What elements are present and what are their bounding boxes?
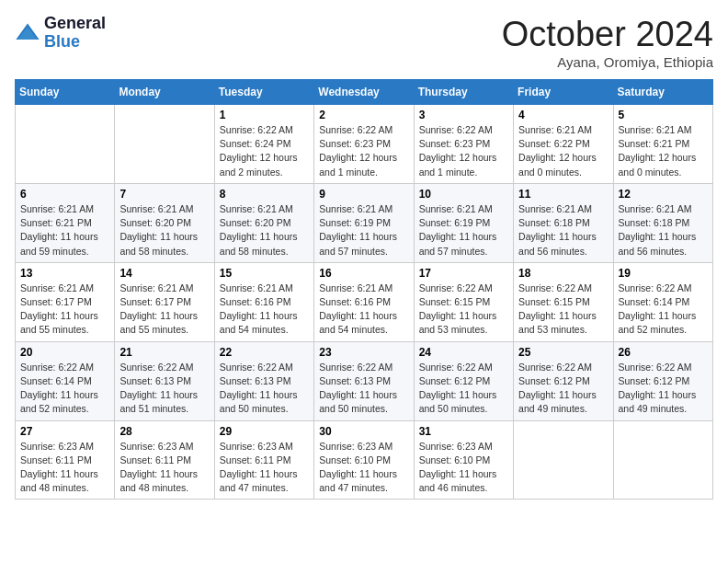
calendar-cell: 3Sunrise: 6:22 AMSunset: 6:23 PMDaylight… [414,105,513,184]
day-number: 14 [119,267,209,280]
day-number: 5 [619,109,708,121]
day-number: 19 [619,267,708,280]
day-number: 9 [319,188,408,201]
day-info: Sunrise: 6:23 AMSunset: 6:11 PMDaylight:… [20,440,109,496]
day-info: Sunrise: 6:21 AMSunset: 6:19 PMDaylight:… [319,202,408,259]
calendar-cell: 30Sunrise: 6:23 AMSunset: 6:10 PMDayligh… [314,420,414,500]
day-info: Sunrise: 6:22 AMSunset: 6:13 PMDaylight:… [119,361,209,417]
calendar-cell [16,105,115,184]
day-number: 13 [20,267,109,280]
day-number: 17 [419,267,508,280]
calendar-cell: 27Sunrise: 6:23 AMSunset: 6:11 PMDayligh… [16,420,115,500]
day-number: 22 [220,346,309,359]
calendar-cell: 2Sunrise: 6:22 AMSunset: 6:23 PMDaylight… [314,105,414,184]
day-info: Sunrise: 6:22 AMSunset: 6:15 PMDaylight:… [419,282,508,338]
calendar-week-row: 13Sunrise: 6:21 AMSunset: 6:17 PMDayligh… [16,262,713,341]
day-info: Sunrise: 6:21 AMSunset: 6:21 PMDaylight:… [619,123,708,179]
day-info: Sunrise: 6:22 AMSunset: 6:23 PMDaylight:… [419,123,508,179]
month-title: October 2024 [502,15,713,54]
weekday-header: Wednesday [314,80,414,105]
day-info: Sunrise: 6:21 AMSunset: 6:17 PMDaylight:… [20,282,109,338]
day-info: Sunrise: 6:23 AMSunset: 6:10 PMDaylight:… [419,440,508,496]
day-number: 27 [20,425,109,438]
day-number: 6 [20,188,109,201]
calendar-cell: 10Sunrise: 6:21 AMSunset: 6:19 PMDayligh… [414,183,513,262]
day-number: 28 [119,425,209,438]
day-info: Sunrise: 6:21 AMSunset: 6:17 PMDaylight:… [119,282,209,338]
day-info: Sunrise: 6:21 AMSunset: 6:22 PMDaylight:… [518,123,608,179]
day-number: 23 [319,346,408,359]
calendar-cell [115,105,214,184]
day-number: 30 [319,425,408,438]
day-info: Sunrise: 6:22 AMSunset: 6:14 PMDaylight:… [619,282,708,338]
calendar-cell: 22Sunrise: 6:22 AMSunset: 6:13 PMDayligh… [214,341,313,420]
day-info: Sunrise: 6:23 AMSunset: 6:11 PMDaylight:… [220,440,309,496]
calendar-cell [514,420,613,500]
day-number: 7 [119,188,209,201]
weekday-header: Sunday [16,80,115,105]
day-number: 24 [419,346,508,359]
calendar-table: SundayMondayTuesdayWednesdayThursdayFrid… [15,79,713,500]
day-info: Sunrise: 6:23 AMSunset: 6:11 PMDaylight:… [119,440,209,496]
day-number: 1 [220,109,309,121]
location: Ayana, Oromiya, Ethiopia [502,54,713,70]
page-header: General Blue October 2024 Ayana, Oromiya… [15,15,713,70]
day-info: Sunrise: 6:22 AMSunset: 6:12 PMDaylight:… [619,361,708,417]
day-number: 3 [419,109,508,121]
day-number: 29 [220,425,309,438]
day-info: Sunrise: 6:21 AMSunset: 6:20 PMDaylight:… [119,202,209,259]
calendar-week-row: 1Sunrise: 6:22 AMSunset: 6:24 PMDaylight… [16,105,713,184]
day-info: Sunrise: 6:21 AMSunset: 6:19 PMDaylight:… [419,202,508,259]
day-number: 2 [319,109,408,121]
day-number: 16 [319,267,408,280]
logo-icon [15,20,40,46]
day-info: Sunrise: 6:21 AMSunset: 6:16 PMDaylight:… [319,282,408,338]
calendar-cell: 7Sunrise: 6:21 AMSunset: 6:20 PMDaylight… [115,183,214,262]
weekday-header: Monday [115,80,214,105]
day-info: Sunrise: 6:21 AMSunset: 6:21 PMDaylight:… [20,202,109,259]
day-info: Sunrise: 6:22 AMSunset: 6:12 PMDaylight:… [419,361,508,417]
calendar-week-row: 20Sunrise: 6:22 AMSunset: 6:14 PMDayligh… [16,341,713,420]
calendar-cell: 13Sunrise: 6:21 AMSunset: 6:17 PMDayligh… [16,262,115,341]
calendar-week-row: 6Sunrise: 6:21 AMSunset: 6:21 PMDaylight… [16,183,713,262]
calendar-cell: 31Sunrise: 6:23 AMSunset: 6:10 PMDayligh… [414,420,513,500]
day-info: Sunrise: 6:22 AMSunset: 6:12 PMDaylight:… [518,361,608,417]
calendar-cell: 9Sunrise: 6:21 AMSunset: 6:19 PMDaylight… [314,183,414,262]
day-info: Sunrise: 6:21 AMSunset: 6:18 PMDaylight:… [518,202,608,259]
day-number: 26 [619,346,708,359]
day-number: 18 [518,267,608,280]
calendar-cell: 23Sunrise: 6:22 AMSunset: 6:13 PMDayligh… [314,341,414,420]
day-info: Sunrise: 6:21 AMSunset: 6:16 PMDaylight:… [220,282,309,338]
day-info: Sunrise: 6:22 AMSunset: 6:14 PMDaylight:… [20,361,109,417]
calendar-cell: 11Sunrise: 6:21 AMSunset: 6:18 PMDayligh… [514,183,613,262]
calendar-cell: 4Sunrise: 6:21 AMSunset: 6:22 PMDaylight… [514,105,613,184]
day-number: 21 [119,346,209,359]
calendar-cell: 12Sunrise: 6:21 AMSunset: 6:18 PMDayligh… [613,183,712,262]
calendar-cell: 1Sunrise: 6:22 AMSunset: 6:24 PMDaylight… [214,105,313,184]
calendar-cell: 19Sunrise: 6:22 AMSunset: 6:14 PMDayligh… [613,262,712,341]
day-number: 20 [20,346,109,359]
calendar-cell: 6Sunrise: 6:21 AMSunset: 6:21 PMDaylight… [16,183,115,262]
day-info: Sunrise: 6:21 AMSunset: 6:18 PMDaylight:… [619,202,708,259]
day-info: Sunrise: 6:22 AMSunset: 6:13 PMDaylight:… [319,361,408,417]
day-info: Sunrise: 6:21 AMSunset: 6:20 PMDaylight:… [220,202,309,259]
calendar-week-row: 27Sunrise: 6:23 AMSunset: 6:11 PMDayligh… [16,420,713,500]
calendar-cell: 8Sunrise: 6:21 AMSunset: 6:20 PMDaylight… [214,183,313,262]
calendar-header: SundayMondayTuesdayWednesdayThursdayFrid… [16,80,713,105]
day-number: 12 [619,188,708,201]
calendar-cell: 5Sunrise: 6:21 AMSunset: 6:21 PMDaylight… [613,105,712,184]
day-number: 31 [419,425,508,438]
calendar-cell: 20Sunrise: 6:22 AMSunset: 6:14 PMDayligh… [16,341,115,420]
day-number: 11 [518,188,608,201]
calendar-cell: 28Sunrise: 6:23 AMSunset: 6:11 PMDayligh… [115,420,214,500]
weekday-header: Saturday [613,80,712,105]
day-number: 25 [518,346,608,359]
weekday-header: Tuesday [214,80,313,105]
calendar-cell: 29Sunrise: 6:23 AMSunset: 6:11 PMDayligh… [214,420,313,500]
day-info: Sunrise: 6:23 AMSunset: 6:10 PMDaylight:… [319,440,408,496]
calendar-cell: 26Sunrise: 6:22 AMSunset: 6:12 PMDayligh… [613,341,712,420]
day-number: 8 [220,188,309,201]
logo-line2: Blue [44,33,106,52]
calendar-cell: 25Sunrise: 6:22 AMSunset: 6:12 PMDayligh… [514,341,613,420]
calendar-cell: 21Sunrise: 6:22 AMSunset: 6:13 PMDayligh… [115,341,214,420]
